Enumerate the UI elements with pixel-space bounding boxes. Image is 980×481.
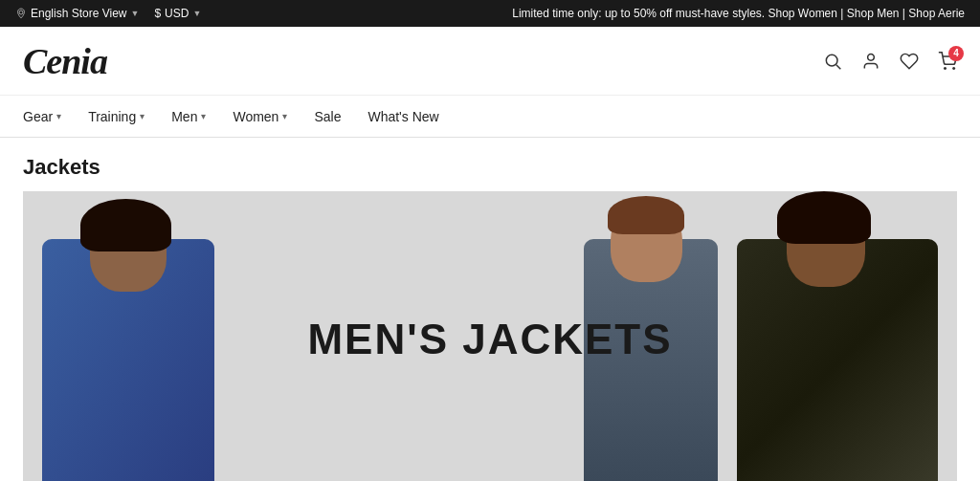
nav-training-chevron: ▾ <box>140 111 145 121</box>
nav-gear-label: Gear <box>23 109 53 124</box>
svg-point-1 <box>826 55 837 66</box>
header: Cenia 4 <box>0 27 980 96</box>
nav-item-men[interactable]: Men ▾ <box>158 96 219 137</box>
banner: MEN'S JACKETS <box>23 191 957 481</box>
nav-men-chevron: ▾ <box>201 111 206 121</box>
figure-right-hair <box>777 191 871 244</box>
nav-item-gear[interactable]: Gear ▾ <box>23 96 75 137</box>
figure-right-container <box>718 191 957 481</box>
currency-label: USD <box>165 7 189 20</box>
nav-item-sale[interactable]: Sale <box>301 96 354 137</box>
nav-whats-new-label: What's New <box>368 109 438 124</box>
promo-text: Limited time only: up to 50% off must-ha… <box>512 7 765 20</box>
page-title: Jackets <box>23 155 957 180</box>
nav-training-label: Training <box>88 109 136 124</box>
svg-point-5 <box>953 67 955 69</box>
account-icon <box>861 52 880 71</box>
location-icon <box>15 8 27 19</box>
shop-women-link[interactable]: Shop Women <box>768 7 837 20</box>
store-view-selector[interactable]: English Store View ▼ <box>15 7 139 20</box>
logo[interactable]: Cenia <box>23 40 107 82</box>
promo-banner: Limited time only: up to 50% off must-ha… <box>512 7 965 20</box>
svg-point-0 <box>19 11 23 14</box>
search-icon <box>823 52 842 71</box>
store-view-caret: ▼ <box>131 9 140 18</box>
banner-text: MEN'S JACKETS <box>307 316 672 363</box>
cart-badge: 4 <box>948 46 964 61</box>
page-title-section: Jackets <box>0 138 980 191</box>
nav-women-chevron: ▾ <box>282 111 287 121</box>
figure-left-container <box>23 191 234 481</box>
currency-symbol: $ <box>154 7 161 20</box>
nav-item-women[interactable]: Women ▾ <box>219 96 301 137</box>
cart-button[interactable]: 4 <box>938 52 957 71</box>
nav-item-training[interactable]: Training ▾ <box>75 96 158 137</box>
currency-caret: ▼ <box>192 9 201 18</box>
account-button[interactable] <box>861 52 880 71</box>
top-bar-left: English Store View ▼ $ USD ▼ <box>15 7 201 20</box>
heart-icon <box>900 52 919 71</box>
store-view-label: English Store View <box>31 7 127 20</box>
header-icons: 4 <box>823 52 957 71</box>
search-button[interactable] <box>823 52 842 71</box>
currency-selector[interactable]: $ USD ▼ <box>154 7 201 20</box>
svg-line-2 <box>836 64 841 69</box>
shop-men-link[interactable]: Shop Men <box>847 7 900 20</box>
main-nav: Gear ▾ Training ▾ Men ▾ Women ▾ Sale Wha… <box>0 96 980 138</box>
nav-item-whats-new[interactable]: What's New <box>354 96 452 137</box>
svg-point-3 <box>868 54 875 60</box>
figure-left-hair <box>80 199 171 251</box>
shop-aerie-link[interactable]: Shop Aerie <box>908 7 965 20</box>
nav-men-label: Men <box>171 109 197 124</box>
svg-point-4 <box>945 67 947 69</box>
top-bar: English Store View ▼ $ USD ▼ Limited tim… <box>0 0 980 27</box>
nav-gear-chevron: ▾ <box>56 111 61 121</box>
wishlist-button[interactable] <box>900 52 919 71</box>
nav-sale-label: Sale <box>314 109 341 124</box>
figure-center-hair <box>608 196 684 234</box>
nav-women-label: Women <box>233 109 278 124</box>
